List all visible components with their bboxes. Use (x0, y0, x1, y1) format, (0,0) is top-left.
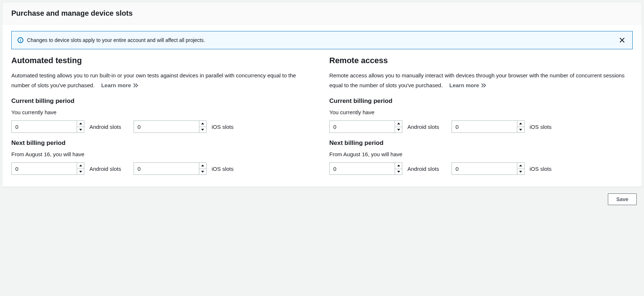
android-slots-label: Android slots (89, 166, 121, 172)
remote-next-android-input[interactable] (329, 162, 402, 175)
remote-title: Remote access (329, 56, 633, 65)
panel-body: i Changes to device slots apply to your … (3, 24, 641, 187)
automated-next-period-heading: Next billing period (11, 139, 315, 147)
remote-next-ios-input[interactable] (452, 162, 525, 175)
stepper-up-button[interactable] (395, 121, 402, 127)
automated-current-ios-stepper (134, 120, 207, 133)
stepper-down-button[interactable] (199, 127, 206, 133)
remote-current-subtext: You currently have (329, 109, 633, 115)
automated-next-ios-stepper (134, 162, 207, 175)
stepper-down-button[interactable] (77, 169, 84, 175)
android-slots-label: Android slots (407, 166, 439, 172)
remote-next-row: Android slots iOS slots (329, 162, 633, 175)
alert-close-button[interactable] (618, 36, 626, 45)
ios-slots-label: iOS slots (530, 124, 552, 130)
remote-next-subtext: From August 16, you will have (329, 151, 633, 157)
remote-learn-more-link[interactable]: Learn more (449, 80, 487, 90)
android-slots-label: Android slots (89, 124, 121, 130)
stepper-up-button[interactable] (199, 163, 206, 169)
automated-current-ios-input[interactable] (134, 120, 207, 133)
remote-current-row: Android slots iOS slots (329, 120, 633, 133)
automated-next-android-input[interactable] (11, 162, 84, 175)
stepper-up-button[interactable] (77, 163, 84, 169)
automated-current-android-input[interactable] (11, 120, 84, 133)
remote-description: Remote access allows you to manually int… (329, 70, 633, 90)
ios-slots-label: iOS slots (212, 124, 234, 130)
panel-header: Purchase and manage device slots (3, 3, 641, 24)
stepper-down-button[interactable] (77, 127, 84, 133)
remote-current-ios-input[interactable] (452, 120, 525, 133)
automated-next-subtext: From August 16, you will have (11, 151, 315, 157)
remote-next-period-heading: Next billing period (329, 139, 633, 147)
automated-current-period-heading: Current billing period (11, 97, 315, 105)
ios-slots-label: iOS slots (530, 166, 552, 172)
remote-current-ios-stepper (452, 120, 525, 133)
stepper-down-button[interactable] (199, 169, 206, 175)
android-slots-label: Android slots (407, 124, 439, 130)
stepper-down-button[interactable] (395, 169, 402, 175)
stepper-down-button[interactable] (395, 127, 402, 133)
columns: Automated testing Automated testing allo… (11, 56, 633, 178)
remote-current-period-heading: Current billing period (329, 97, 633, 105)
stepper-up-button[interactable] (77, 121, 84, 127)
automated-current-android-stepper (11, 120, 84, 133)
stepper-down-button[interactable] (517, 127, 524, 133)
automated-next-row: Android slots iOS slots (11, 162, 315, 175)
stepper-up-button[interactable] (517, 121, 524, 127)
automated-learn-more-link[interactable]: Learn more (101, 80, 138, 90)
page-title: Purchase and manage device slots (11, 9, 633, 18)
stepper-up-button[interactable] (517, 163, 524, 169)
remote-access-section: Remote access Remote access allows you t… (329, 56, 633, 178)
remote-current-android-stepper (329, 120, 402, 133)
alert-content: i Changes to device slots apply to your … (18, 37, 205, 43)
info-alert: i Changes to device slots apply to your … (11, 31, 633, 49)
remote-next-android-stepper (329, 162, 402, 175)
footer: Save (0, 189, 644, 205)
automated-title: Automated testing (11, 56, 315, 65)
save-button[interactable]: Save (608, 193, 637, 205)
automated-current-row: Android slots iOS slots (11, 120, 315, 133)
automated-testing-section: Automated testing Automated testing allo… (11, 56, 315, 178)
remote-next-ios-stepper (452, 162, 525, 175)
automated-current-subtext: You currently have (11, 109, 315, 115)
info-icon: i (18, 37, 23, 43)
automated-next-android-stepper (11, 162, 84, 175)
stepper-up-button[interactable] (395, 163, 402, 169)
automated-next-ios-input[interactable] (134, 162, 207, 175)
stepper-down-button[interactable] (517, 169, 524, 175)
ios-slots-label: iOS slots (212, 166, 234, 172)
remote-current-android-input[interactable] (329, 120, 402, 133)
stepper-up-button[interactable] (199, 121, 206, 127)
alert-text: Changes to device slots apply to your en… (27, 37, 205, 43)
device-slots-panel: Purchase and manage device slots i Chang… (2, 2, 642, 187)
automated-description: Automated testing allows you to run buil… (11, 70, 315, 90)
